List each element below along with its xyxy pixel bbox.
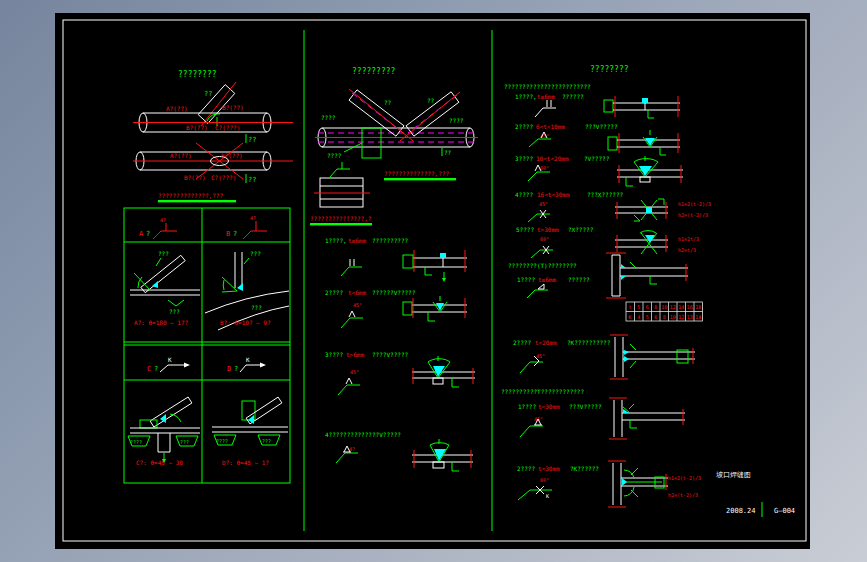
cell-d-label: D (227, 365, 231, 373)
svg-text:???X??????: ???X?????? (587, 191, 624, 198)
svg-text:t>6mm: t>6mm (346, 351, 364, 358)
drawing-name: 坡口焊缝图 (715, 471, 751, 479)
weld-depth-note: h1=2(t-2)/3 (678, 201, 711, 207)
angle-range-c: C?: θ=45 ~ 30 (136, 459, 183, 466)
middle-caption-1: ??????????????,??? (384, 170, 449, 177)
svg-text:?: ? (233, 230, 237, 238)
svg-text:1????,: 1????, (515, 93, 537, 100)
svg-text:??: ?? (384, 99, 392, 106)
svg-text:5: 5 (646, 314, 649, 320)
svg-text:??: ?? (444, 149, 452, 156)
svg-text:14: 14 (678, 304, 684, 310)
svg-text:16: 16 (687, 304, 693, 310)
svg-text:t>30mm: t>30mm (537, 226, 559, 233)
svg-text:???: ??? (251, 304, 262, 311)
weld-label: B?(??) (184, 174, 206, 181)
svg-text:5: 5 (637, 304, 640, 310)
svg-text:13: 13 (687, 314, 693, 320)
svg-text:60°: 60° (540, 236, 549, 242)
svg-text:4: 4 (637, 314, 640, 320)
svg-text:6<t<10mm: 6<t<10mm (536, 123, 565, 130)
svg-text:t≤6mm: t≤6mm (348, 237, 366, 244)
svg-text:1????: 1???? (517, 276, 535, 283)
svg-text:4????: 4???? (515, 191, 533, 198)
right-section-header: ???????????????????????? (504, 83, 591, 90)
svg-text:?K??????: ?K?????? (570, 465, 599, 472)
svg-text:????: ???? (449, 117, 464, 124)
viewer-background: ???????? ?? A?(??) B?(??) B?(??) C?(???)… (0, 0, 867, 562)
drawing-sheet (55, 13, 810, 549)
svg-text:t≤6mm: t≤6mm (537, 93, 555, 100)
svg-text:???V?????: ???V????? (569, 403, 602, 410)
svg-text:???: ??? (250, 250, 261, 257)
weld-depth-note: h1=2t/3 (678, 236, 699, 242)
svg-text:?: ? (234, 365, 238, 373)
angle-range-b: B?: θ=10? ~ 9? (220, 319, 271, 326)
svg-text:??????????: ?????????? (372, 237, 409, 244)
caption-underline (158, 200, 236, 202)
svg-text:1????: 1???? (518, 403, 536, 410)
cad-canvas: ???????? ?? A?(??) B?(??) B?(??) C?(???)… (0, 0, 867, 562)
svg-text:2????: 2???? (517, 465, 535, 472)
svg-text:12: 12 (670, 304, 676, 310)
svg-text:5????: 5???? (516, 226, 534, 233)
svg-text:K: K (628, 314, 631, 320)
svg-text:?V?????: ?V????? (584, 155, 610, 162)
svg-text:12: 12 (678, 314, 684, 320)
detail-tag: ?? (248, 136, 256, 144)
svg-text:3????: 3???? (515, 155, 533, 162)
svg-text:10: 10 (670, 314, 676, 320)
svg-text:t: t (628, 304, 631, 310)
weld-label: C?(???) (211, 174, 236, 181)
weld-label: A?(??) (170, 152, 192, 159)
svg-text:60°: 60° (540, 477, 549, 483)
weld-depth-note: h2=(t-2)/3 (668, 492, 698, 498)
svg-text:????: ???? (327, 152, 342, 159)
svg-text:????V?????: ????V????? (372, 351, 409, 358)
svg-text:?: ? (146, 230, 150, 238)
svg-text:??????: ?????? (568, 276, 590, 283)
k-symbol-label: K (246, 356, 250, 363)
svg-text:t<20mm: t<20mm (535, 339, 557, 346)
svg-text:10: 10 (661, 304, 667, 310)
right-title: ???????? (590, 65, 629, 74)
svg-text:?K??????????: ?K?????????? (567, 339, 611, 346)
svg-text:6: 6 (646, 304, 649, 310)
svg-text:3????: 3???? (325, 351, 343, 358)
t-joint-header: ????????(T)???????? (508, 262, 577, 269)
svg-text:16<t<30mm: 16<t<30mm (537, 191, 570, 198)
svg-text:4?: 4? (250, 215, 256, 221)
svg-text:45°: 45° (350, 369, 359, 375)
svg-text:4?: 4? (160, 217, 166, 223)
svg-text:2????: 2???? (325, 289, 343, 296)
svg-text:????: ???? (130, 439, 142, 445)
svg-text:???V?????: ???V????? (585, 123, 618, 130)
svg-text:???: ??? (158, 250, 169, 257)
k-symbol-label: K (168, 356, 172, 363)
weld-label: B?(??) (186, 124, 208, 131)
svg-text:4??????????????V?????: 4??????????????V????? (325, 431, 401, 438)
svg-text:t<30mm: t<30mm (538, 403, 560, 410)
weld-label: B?(??) (222, 104, 244, 111)
weld-depth-note: h2=(t-2)/3 (678, 212, 708, 218)
svg-text:???: ??? (180, 439, 189, 445)
svg-text:?: ? (154, 365, 158, 373)
svg-text:??????: ?????? (562, 93, 584, 100)
cell-b-label: B (226, 230, 230, 238)
t2-header: ??????????T???????????? (501, 388, 584, 395)
svg-text:10<t<20mm: 10<t<20mm (536, 155, 569, 162)
branch-label: ?? (204, 90, 212, 98)
drawing-date: 2008.24 (726, 507, 756, 515)
weld-depth-note: h1=2(t-2)/3 (668, 475, 701, 481)
fillet-size-table: t 5 6 8 10 12 14 16 18 K 4 5 6 8 10 12 1… (626, 302, 703, 321)
svg-text:60°: 60° (540, 165, 549, 171)
svg-text:????: ???? (216, 438, 228, 444)
svg-text:????: ???? (321, 114, 336, 121)
weld-label: B?(??) (221, 152, 243, 159)
left-figure-caption: ??????????????,??? (158, 192, 223, 199)
svg-text:45°: 45° (353, 302, 362, 308)
svg-text:1????,: 1????, (325, 237, 347, 244)
svg-text:6: 6 (654, 314, 657, 320)
angle-range-a: A?: θ=180 ~ 17? (134, 319, 189, 326)
svg-text:14: 14 (695, 314, 701, 320)
